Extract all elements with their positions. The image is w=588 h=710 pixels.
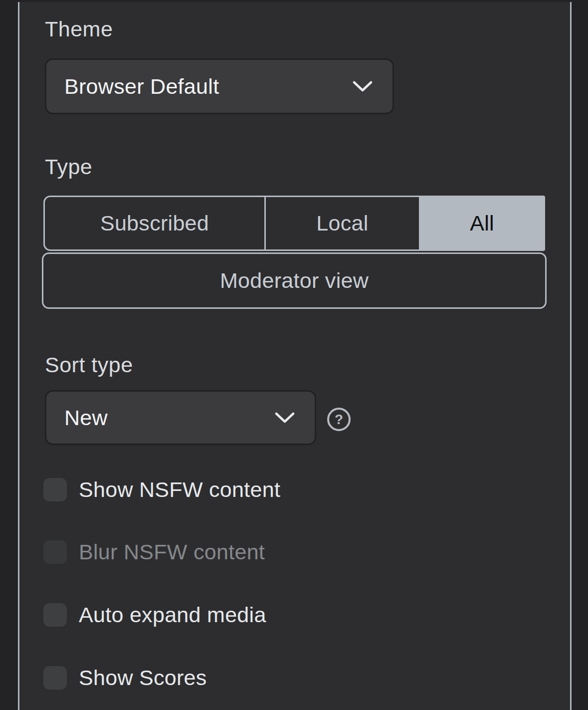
sort-type-select[interactable]: New	[45, 390, 316, 445]
chevron-down-icon	[275, 412, 295, 424]
show-scores-label: Show Scores	[79, 666, 207, 690]
theme-label: Theme	[45, 16, 113, 41]
show-scores-row: Show Scores	[43, 666, 207, 690]
show-nsfw-row: Show NSFW content	[43, 477, 280, 501]
settings-panel: Theme Browser Default Type Subscribed Lo…	[18, 2, 572, 710]
question-circle-icon[interactable]: ?	[327, 408, 351, 431]
blur-nsfw-label: Blur NSFW content	[79, 540, 265, 564]
auto-expand-media-row: Auto expand media	[43, 603, 266, 627]
auto-expand-media-checkbox[interactable]	[43, 603, 67, 627]
blur-nsfw-row: Blur NSFW content	[43, 540, 265, 564]
show-scores-checkbox[interactable]	[43, 666, 67, 690]
blur-nsfw-checkbox	[43, 540, 67, 564]
type-option-subscribed[interactable]: Subscribed	[45, 197, 264, 249]
type-option-local[interactable]: Local	[264, 197, 419, 249]
chevron-down-icon	[353, 80, 373, 92]
show-nsfw-checkbox[interactable]	[43, 478, 67, 501]
auto-expand-media-label: Auto expand media	[79, 603, 266, 627]
theme-select[interactable]: Browser Default	[45, 58, 394, 114]
type-option-all[interactable]: All	[419, 196, 545, 251]
type-label: Type	[45, 154, 92, 179]
theme-select-value: Browser Default	[46, 74, 219, 99]
sort-type-select-value: New	[46, 406, 108, 430]
show-nsfw-label: Show NSFW content	[79, 477, 280, 502]
listing-type-button-group: Subscribed Local All	[43, 196, 545, 251]
moderator-view-button[interactable]: Moderator view	[42, 252, 547, 309]
sort-type-label: Sort type	[45, 352, 133, 377]
